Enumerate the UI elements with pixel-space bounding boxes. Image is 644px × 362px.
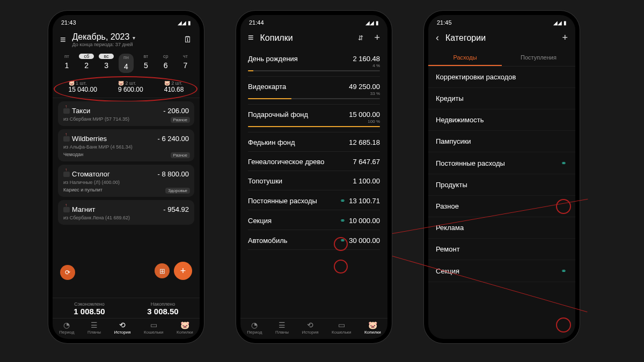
jar-progress [248, 126, 380, 127]
link-icon: ⚭ [559, 159, 568, 167]
wallet-icon [63, 207, 70, 212]
jar-item[interactable]: Видеокарта49 250.0033 % [248, 78, 380, 105]
saved-label: Сэкономлено [74, 301, 105, 307]
nav-item[interactable]: 🐷Копилки [177, 321, 193, 335]
txn-source: из Сбербанк МИР (57 714.35) [63, 116, 189, 122]
sort-icon[interactable]: ⇵ [358, 34, 363, 42]
day-name: пт [59, 54, 74, 59]
txn-note: Чемодан [63, 152, 189, 157]
back-icon[interactable]: ‹ [436, 32, 439, 43]
jar-value: 15 000.00 [349, 110, 380, 119]
category-item[interactable]: Пампусики [428, 131, 575, 152]
nav-item[interactable]: ⟲История [114, 321, 130, 335]
statusbar: 21:43 ◢◢ ▮ [53, 15, 200, 28]
period-title[interactable]: Декабрь, 2023 [72, 32, 130, 41]
transaction-card[interactable]: Wildberries- 6 240.00из Альфа-Банк МИР (… [58, 129, 194, 161]
day-name: сб [79, 54, 94, 59]
nav-item[interactable]: ◔Период [247, 321, 262, 335]
menu-icon[interactable]: ≡ [60, 34, 66, 46]
category-item[interactable]: Секция⚭ [428, 260, 575, 282]
appbar: ≡ Копилки ⇵ + [240, 28, 387, 48]
transaction-card[interactable]: Стоматолог- 8 800.00из Наличные (Л) (400… [58, 165, 194, 197]
jar-item[interactable]: Федькин фонд12 685.18 [248, 134, 380, 152]
day-cell[interactable]: пт1 [59, 54, 74, 73]
jar-name: Постоянные расходы [248, 197, 317, 205]
jar-value: 1 100.00 [353, 177, 380, 185]
day-cell[interactable]: вс3 [99, 54, 114, 73]
piggy-stat[interactable]: 🐷 1 шт.15 040.00 [69, 80, 97, 93]
category-item[interactable]: Корректировки расходов [428, 67, 575, 88]
chevron-down-icon[interactable]: ▾ [133, 35, 135, 41]
jar-name: Федькин фонд [248, 138, 295, 146]
nav-item[interactable]: ▭Кошельки [332, 321, 352, 335]
day-cell[interactable]: пн4 [119, 54, 134, 73]
piggy-summary: 🐷 1 шт.15 040.00🐷 2 шт.9 600.00🐷 2 шт.41… [53, 77, 200, 98]
day-name: пн [120, 55, 133, 60]
category-item[interactable]: Реклама [428, 217, 575, 239]
nav-icon: 🐷 [364, 321, 381, 329]
nav-label: Период [59, 330, 74, 335]
category-item[interactable]: Постоянные расходы⚭ [428, 152, 575, 174]
add-icon[interactable]: + [562, 32, 568, 43]
nav-item[interactable]: ☰Планы [275, 321, 289, 335]
wallet-icon [63, 108, 70, 114]
nav-item[interactable]: ⟲История [302, 321, 318, 335]
day-cell[interactable]: чт7 [178, 54, 193, 73]
jar-item[interactable]: День рождения2 160.484 % [248, 50, 380, 77]
day-number: 1 [59, 61, 74, 70]
category-name: Кредиты [436, 94, 464, 102]
category-name: Пампусики [436, 137, 471, 145]
nav-icon: ☰ [275, 321, 289, 329]
jar-name: День рождения [248, 55, 298, 63]
jar-value: 12 685.18 [349, 138, 380, 146]
phone-history: 21:43 ◢◢ ▮ ≡ Декабрь, 2023▾ До конца пер… [48, 11, 204, 343]
category-item[interactable]: Недвижимость [428, 109, 575, 131]
fab-scan[interactable]: ⊞ [155, 263, 170, 278]
jar-value: ⚭10 000.00 [338, 216, 380, 225]
add-icon[interactable]: + [374, 32, 380, 43]
tab[interactable]: Поступления [502, 50, 575, 66]
jar-item[interactable]: Топотушки1 100.00 [248, 172, 380, 190]
calendar-icon[interactable]: 🗓 [184, 35, 192, 45]
txn-source: из Наличные (Л) (400.00) [63, 180, 189, 185]
jar-item[interactable]: Постоянные расходы⚭13 100.71 [248, 191, 380, 210]
fab-left[interactable]: ⟳ [60, 265, 75, 280]
category-name: Реклама [436, 224, 464, 232]
transaction-card[interactable]: Магнит- 954.92из Сбербанк Лена (41 689.6… [58, 200, 194, 225]
accum-value: 3 008.50 [147, 307, 178, 316]
totals-bar: Сэкономлено 1 008.50 Накоплено 3 008.50 [53, 298, 200, 318]
piggy-stat[interactable]: 🐷 2 шт.9 600.00 [118, 80, 143, 93]
piggy-stat[interactable]: 🐷 2 шт.410.68 [164, 80, 184, 93]
nav-item[interactable]: ▭Кошельки [144, 321, 164, 335]
jar-progress [248, 98, 380, 99]
nav-item[interactable]: ☰Планы [87, 321, 101, 335]
day-number: 7 [178, 61, 193, 70]
day-cell[interactable]: сб2 [79, 54, 94, 73]
category-name: Разное [436, 202, 459, 210]
jar-item[interactable]: Автомобиль⚭30 000.00 [248, 231, 380, 250]
phone-jars: 21:44 ◢◢ ▮ ≡ Копилки ⇵ + День рождения2 … [236, 11, 392, 343]
fab-add[interactable]: + [174, 262, 192, 280]
jar-item[interactable]: Генеалогическое древо7 647.67 [248, 153, 380, 171]
txn-amount: - 6 240.00 [157, 135, 189, 143]
day-name: чт [178, 54, 193, 59]
menu-icon[interactable]: ≡ [248, 32, 254, 43]
jar-value: 49 250.00 [349, 83, 380, 91]
jar-item[interactable]: Подарочный фонд15 000.00100 % [248, 106, 380, 132]
transaction-card[interactable]: Такси- 206.00из Сбербанк МИР (57 714.35)… [58, 101, 194, 126]
category-item[interactable]: Кредиты [428, 88, 575, 109]
day-cell[interactable]: вт5 [138, 54, 153, 73]
txn-name: Стоматолог [72, 170, 110, 178]
category-name: Ремонт [436, 245, 460, 253]
day-number: 2 [79, 61, 94, 70]
jar-name: Генеалогическое древо [248, 158, 324, 166]
day-cell[interactable]: ср6 [158, 54, 173, 73]
status-icons: ◢◢ ▮ [365, 20, 379, 26]
nav-item[interactable]: ◔Период [59, 321, 74, 335]
nav-item[interactable]: 🐷Копилки [364, 321, 381, 335]
jar-item[interactable]: Секция⚭10 000.00 [248, 211, 380, 230]
category-item[interactable]: Продукты [428, 174, 575, 196]
tab[interactable]: Расходы [428, 50, 502, 66]
category-item[interactable]: Разное [428, 196, 575, 217]
category-item[interactable]: Ремонт [428, 239, 575, 260]
